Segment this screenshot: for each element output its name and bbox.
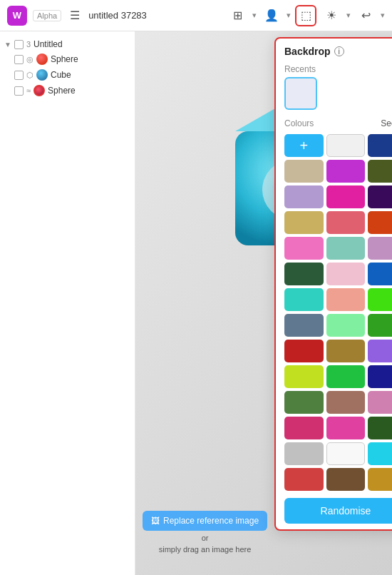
color-swatch-dark-brown[interactable] [326, 468, 366, 491]
sphere2-checkbox[interactable] [14, 86, 24, 96]
user-chevron[interactable]: ▾ [287, 11, 291, 20]
sphere1-layers-icon: ◎ [26, 55, 33, 64]
color-swatch-emerald[interactable] [326, 365, 366, 388]
color-swatch-dark-purple[interactable] [368, 185, 392, 208]
grid-icon[interactable]: ⊞ [227, 5, 248, 26]
color-swatch-light-gray[interactable] [326, 134, 366, 157]
color-swatch-sky[interactable] [368, 442, 392, 465]
color-swatch-white[interactable] [326, 442, 366, 465]
see-all-link[interactable]: See all [381, 118, 392, 128]
color-swatch-violet[interactable] [368, 340, 392, 362]
menu-icon[interactable]: ☰ [67, 6, 83, 25]
sphere2-label: Sphere [48, 86, 76, 96]
color-swatch-lavender[interactable] [284, 185, 324, 208]
color-swatch-dark-forest[interactable] [368, 417, 392, 439]
replace-reference-button[interactable]: 🖼 Replace reference image [143, 511, 267, 531]
color-swatch-dark-blue[interactable] [368, 134, 392, 157]
color-swatch-salmon[interactable] [326, 211, 366, 234]
color-swatch-red[interactable] [284, 340, 324, 362]
color-swatch-slate[interactable] [284, 314, 324, 337]
sphere1-icon [36, 54, 48, 65]
color-swatch-lilac[interactable] [368, 391, 392, 414]
root-label: Untitled [33, 39, 63, 49]
colours-header: Colours See all [276, 116, 392, 131]
color-swatch-silver[interactable] [284, 442, 324, 465]
sphere1-checkbox[interactable] [14, 55, 24, 64]
replace-or-text: or [202, 534, 209, 542]
root-num: 3 [26, 40, 31, 49]
color-swatch-add[interactable]: + [284, 134, 324, 157]
recents-label: Recents [276, 61, 392, 77]
backdrop-title-text: Backdrop [284, 46, 331, 57]
color-swatch-lime[interactable] [368, 288, 392, 311]
document-title[interactable]: untitled 37283 [88, 10, 221, 21]
sidebar-item-cube[interactable]: ⬡ Cube [0, 67, 135, 83]
sun-icon[interactable]: ☀ [321, 5, 342, 26]
color-swatch-fuchsia[interactable] [326, 417, 366, 439]
root-checkbox[interactable] [14, 40, 24, 49]
sidebar-item-sphere2[interactable]: ≈ Sphere [0, 83, 135, 98]
color-swatch-magenta[interactable] [284, 417, 324, 439]
sphere2-icon [33, 85, 45, 96]
replace-drag-text: simply drag an image here [159, 545, 252, 554]
backdrop-info-icon[interactable]: i [334, 46, 344, 56]
color-swatch-teal[interactable] [326, 237, 366, 260]
cube-icon [36, 69, 48, 81]
sidebar: ▼ 3 Untitled ◎ Sphere ⬡ Cube ≈ Sphere [0, 31, 135, 575]
color-swatch-burnt-orange[interactable] [368, 211, 392, 234]
backdrop-panel: Backdrop i × Recents Colours See all + R… [274, 37, 392, 531]
root-toggle[interactable]: ▼ [4, 41, 11, 49]
colors-grid: + [276, 131, 392, 494]
color-swatch-mauve[interactable] [368, 237, 392, 260]
sidebar-root: ▼ 3 Untitled [0, 37, 135, 51]
sidebar-item-sphere1[interactable]: ◎ Sphere [0, 51, 135, 67]
recent-color-swatch[interactable] [284, 77, 317, 110]
recents-area [276, 77, 392, 116]
color-swatch-olive[interactable] [368, 160, 392, 183]
sphere2-layers-icon: ≈ [26, 86, 31, 95]
sphere1-label: Sphere [51, 54, 78, 64]
color-swatch-brown[interactable] [326, 340, 366, 362]
randomise-button[interactable]: Randomise [284, 498, 392, 524]
cube-checkbox[interactable] [14, 71, 24, 80]
color-swatch-amber[interactable] [368, 468, 392, 491]
color-swatch-green[interactable] [368, 314, 392, 337]
canvas-area: 🖼 Replace reference image or simply drag… [135, 31, 392, 575]
frame-icon[interactable]: ⬚ [295, 5, 316, 26]
color-swatch-crimson[interactable] [284, 468, 324, 491]
color-swatch-peach[interactable] [326, 288, 366, 311]
grid-chevron[interactable]: ▾ [252, 11, 257, 20]
color-swatch-rose-brown[interactable] [326, 391, 366, 414]
main-area: ▼ 3 Untitled ◎ Sphere ⬡ Cube ≈ Sphere [0, 31, 392, 575]
color-swatch-yellow-green[interactable] [284, 365, 324, 388]
color-swatch-navy[interactable] [368, 365, 392, 388]
color-swatch-tan[interactable] [284, 160, 324, 183]
color-swatch-purple[interactable] [326, 160, 366, 183]
topbar-actions: ⊞ ▾ 👤 ▾ ⬚ ☀ ▾ ↩ ▾ [227, 5, 385, 26]
colours-label: Colours [284, 118, 314, 128]
color-swatch-blue[interactable] [368, 263, 392, 285]
color-swatch-dark-green[interactable] [284, 263, 324, 285]
sun-chevron[interactable]: ▾ [346, 11, 351, 20]
backdrop-title-area: Backdrop i [284, 46, 344, 57]
color-swatch-cyan[interactable] [284, 288, 324, 311]
color-swatch-light-pink[interactable] [326, 263, 366, 285]
topbar: W Alpha ☰ untitled 37283 ⊞ ▾ 👤 ▾ ⬚ ☀ ▾ ↩… [0, 0, 392, 31]
undo-icon[interactable]: ↩ [355, 5, 376, 26]
color-swatch-pink[interactable] [284, 237, 324, 260]
color-swatch-gold[interactable] [284, 211, 324, 234]
color-swatch-mint[interactable] [326, 314, 366, 337]
color-swatch-forest[interactable] [284, 391, 324, 414]
replace-icon: 🖼 [151, 516, 160, 526]
cube-label: Cube [51, 70, 71, 80]
replace-btn-area: 🖼 Replace reference image or simply drag… [143, 511, 267, 554]
app-logo: W [7, 6, 27, 26]
backdrop-header: Backdrop i × [276, 39, 392, 61]
alpha-badge: Alpha [33, 10, 61, 21]
user-icon[interactable]: 👤 [261, 5, 282, 26]
logo-letter: W [13, 10, 21, 21]
undo-chevron[interactable]: ▾ [381, 11, 385, 20]
cube-layers-icon: ⬡ [26, 71, 33, 80]
replace-btn-label: Replace reference image [163, 516, 259, 526]
color-swatch-hot-pink[interactable] [326, 185, 366, 208]
